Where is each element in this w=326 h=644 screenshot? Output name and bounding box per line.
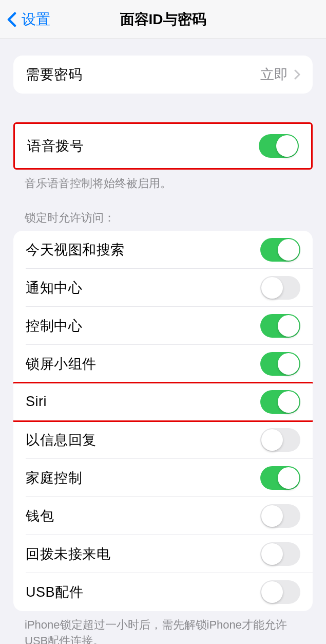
row-lock-item[interactable]: 通知中心 (13, 269, 313, 307)
row-lock-item[interactable]: 钱包 (13, 497, 313, 535)
row-label: 以信息回复 (26, 431, 97, 449)
toggle-lock-item[interactable] (260, 314, 300, 338)
chevron-right-icon (294, 69, 300, 80)
group-lock-access: 今天视图和搜索通知中心控制中心锁屏小组件Siri以信息回复家庭控制钱包回拨未接来… (13, 231, 313, 611)
group-voice-dial: 语音拨号 (13, 122, 313, 170)
toggle-lock-item[interactable] (260, 504, 300, 528)
row-voice-dial[interactable]: 语音拨号 (15, 124, 311, 168)
row-lock-item[interactable]: 控制中心 (13, 307, 313, 345)
row-label: USB配件 (26, 583, 83, 601)
chevron-left-icon (7, 12, 16, 27)
back-button[interactable]: 设置 (0, 10, 50, 29)
row-label: 需要密码 (26, 65, 82, 84)
back-label: 设置 (22, 10, 50, 29)
footer-voice-dial: 音乐语音控制将始终被启用。 (0, 170, 326, 192)
row-label: 通知中心 (26, 279, 82, 297)
row-label: 家庭控制 (26, 469, 82, 487)
row-lock-item[interactable]: USB配件 (13, 573, 313, 611)
row-label: Siri (26, 394, 47, 410)
row-value: 立即 (260, 65, 288, 84)
row-label: 锁屏小组件 (26, 355, 97, 373)
row-lock-item[interactable]: 以信息回复 (13, 421, 313, 459)
toggle-lock-item[interactable] (260, 238, 300, 262)
toggle-lock-item[interactable] (260, 580, 300, 604)
row-label: 控制中心 (26, 317, 82, 335)
row-label: 语音拨号 (27, 137, 84, 155)
group-require-passcode: 需要密码 立即 (13, 56, 313, 94)
toggle-voice-dial[interactable] (259, 134, 299, 158)
row-lock-item[interactable]: 今天视图和搜索 (13, 231, 313, 269)
toggle-lock-item[interactable] (260, 390, 300, 414)
navigation-bar: 设置 面容ID与密码 (0, 0, 326, 39)
row-lock-item[interactable]: 回拨未接来电 (13, 535, 313, 573)
toggle-lock-item[interactable] (260, 352, 300, 376)
row-lock-item[interactable]: Siri (13, 383, 313, 421)
row-label: 回拨未接来电 (26, 545, 110, 563)
toggle-lock-item[interactable] (260, 276, 300, 300)
toggle-lock-item[interactable] (260, 428, 300, 452)
toggle-lock-item[interactable] (260, 466, 300, 490)
toggle-lock-item[interactable] (260, 542, 300, 566)
row-label: 钱包 (26, 507, 54, 525)
row-label: 今天视图和搜索 (26, 241, 125, 259)
row-lock-item[interactable]: 锁屏小组件 (13, 345, 313, 383)
footer-lock-access: iPhone锁定超过一小时后，需先解锁iPhone才能允许USB配件连接。 (0, 611, 326, 644)
row-lock-item[interactable]: 家庭控制 (13, 459, 313, 497)
header-lock-access: 锁定时允许访问： (0, 210, 326, 231)
row-require-passcode[interactable]: 需要密码 立即 (13, 56, 313, 94)
